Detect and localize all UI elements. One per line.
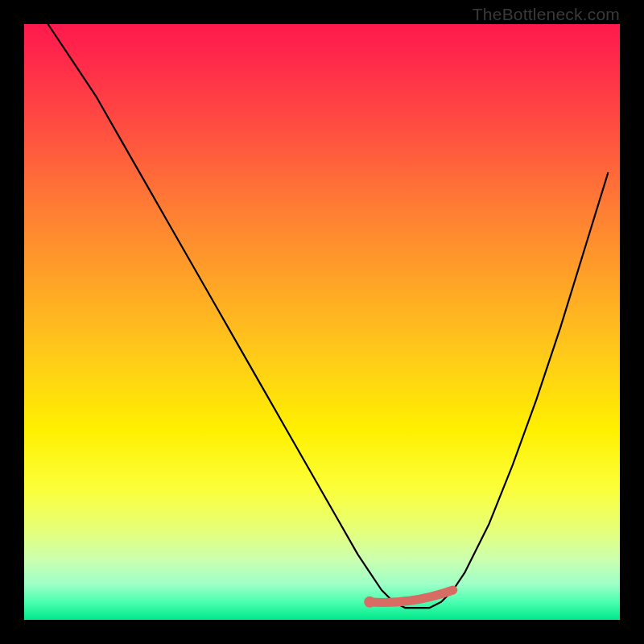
optimal-range-line <box>369 590 453 602</box>
chart-overlay <box>24 24 620 620</box>
optimal-dot <box>364 597 375 608</box>
chart-stage: TheBottleneck.com <box>0 0 644 644</box>
watermark-text: TheBottleneck.com <box>473 5 620 24</box>
bottleneck-curve <box>48 24 609 608</box>
